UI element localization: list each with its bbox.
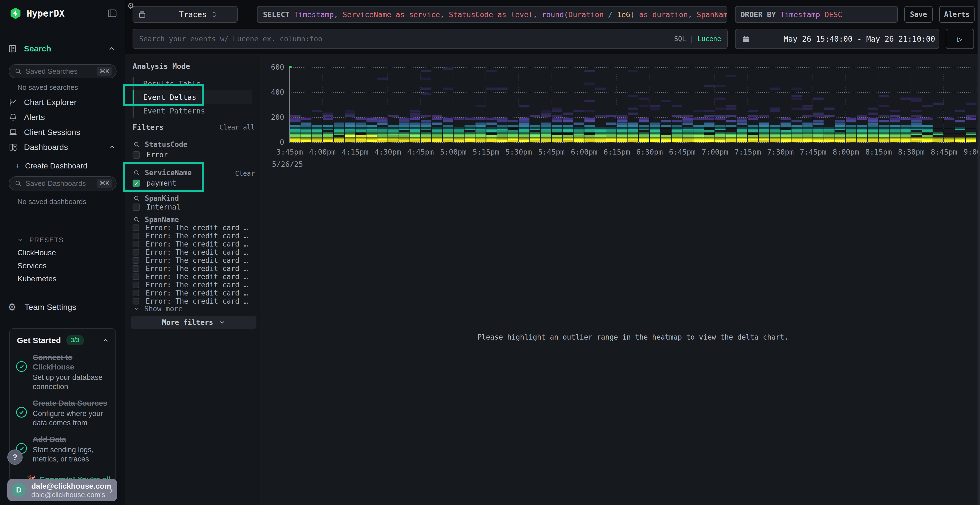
y-axis-tick: 0 xyxy=(256,138,284,146)
y-axis-tick: 600 xyxy=(256,63,284,71)
y-axis-tick: 200 xyxy=(256,113,284,121)
x-axis-tick: 7:00pm xyxy=(702,148,729,156)
y-axis-tick: 400 xyxy=(256,88,284,96)
x-axis-tick: 4:00pm xyxy=(309,148,336,156)
x-axis-tick: 6:00pm xyxy=(571,148,598,156)
x-axis-tick: 6:30pm xyxy=(636,148,663,156)
x-axis-tick: 7:15pm xyxy=(735,148,761,156)
x-axis-tick: 7:30pm xyxy=(767,148,794,156)
x-axis-tick: 5:00pm xyxy=(440,148,466,156)
user-team: dale@clickhouse.com's xyxy=(31,491,104,499)
x-axis-tick: 4:45pm xyxy=(407,148,434,156)
duration-heatmap-chart: 6004002000 3:45pm4:00pm4:15pm4:30pm4:45p… xyxy=(0,0,980,505)
user-menu[interactable]: D dale@clickhouse.com dale@clickhouse.co… xyxy=(7,479,117,501)
heatmap-canvas[interactable] xyxy=(288,66,977,145)
x-axis-tick: 5:15pm xyxy=(473,148,499,156)
avatar: D xyxy=(12,483,26,497)
x-axis-tick: 6:45pm xyxy=(669,148,696,156)
x-axis-tick: 6:15pm xyxy=(603,148,630,156)
user-email: dale@clickhouse.com xyxy=(31,482,111,490)
x-axis-date-label: 5/26/25 xyxy=(272,160,303,168)
x-axis-tick: 8:00pm xyxy=(832,148,859,156)
hyperdx-app: HyperDX Search ⌘K No saved searches xyxy=(0,0,980,505)
chevron-right-icon: › xyxy=(109,484,113,496)
scrollbar[interactable] xyxy=(978,0,980,505)
x-axis-tick: 8:30pm xyxy=(898,148,925,156)
x-axis-tick: 4:15pm xyxy=(342,148,369,156)
delta-chart-empty-message: Please highlight an outlier range in the… xyxy=(288,333,977,341)
x-axis-tick: 7:45pm xyxy=(800,148,826,156)
x-axis-tick: 8:45pm xyxy=(931,148,958,156)
x-axis-tick: 8:15pm xyxy=(865,148,892,156)
help-button[interactable]: ? xyxy=(7,449,22,465)
x-axis-tick: 5:30pm xyxy=(506,148,532,156)
x-axis-tick: 3:45pm xyxy=(276,148,303,156)
x-axis-tick: 4:30pm xyxy=(375,148,401,156)
x-axis-tick: 5:45pm xyxy=(538,148,565,156)
